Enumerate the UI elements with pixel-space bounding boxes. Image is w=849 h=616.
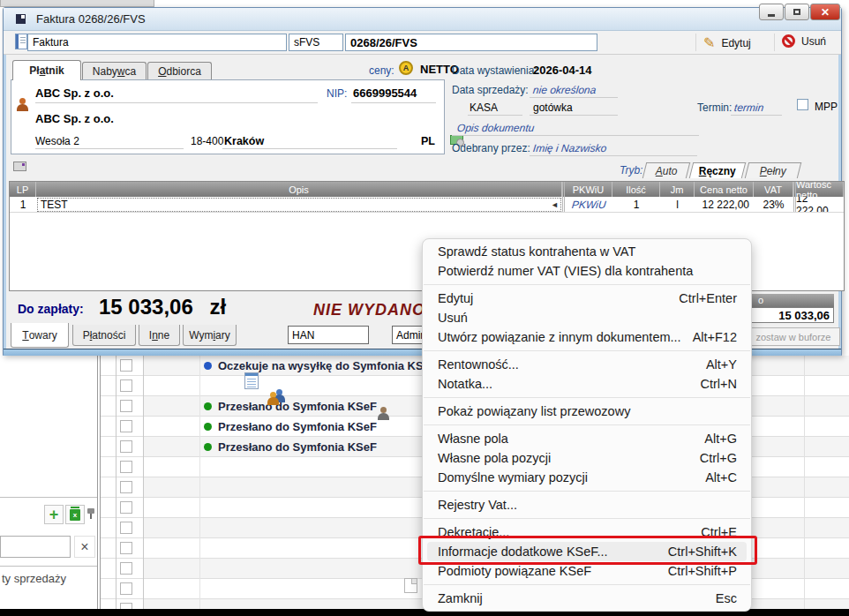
module-field[interactable]: HAN [288, 326, 369, 344]
row-checkbox[interactable] [120, 582, 132, 595]
ksef-status-row[interactable]: Oczekuje na wysyłkę do Symfonia KSe [204, 356, 430, 376]
tab-pelny[interactable]: Pełny [745, 162, 801, 178]
row-checkbox[interactable] [120, 542, 132, 554]
tab-wymiary[interactable]: Wymiary [183, 325, 237, 346]
header-pkwiu[interactable]: PKWiU [562, 182, 612, 197]
notepad-icon[interactable] [244, 372, 259, 389]
status-text: Oczekuje na wysyłkę do Symfonia KSe [218, 359, 430, 372]
row-checkbox[interactable] [120, 522, 132, 534]
menu-item-rentownosc[interactable]: Rentowność...Alt+Y [423, 355, 751, 374]
menu-item-edytuj[interactable]: EdytujCtrl+Enter [423, 289, 751, 308]
tab-platnik[interactable]: Płatnik [12, 60, 81, 80]
payer-postal[interactable]: 18-400 [191, 135, 223, 147]
row-checkbox[interactable] [120, 400, 132, 412]
header-ilosc[interactable]: Ilość [612, 182, 660, 197]
row-checkbox[interactable] [120, 562, 132, 575]
payer-city[interactable]: Kraków [224, 135, 264, 147]
cell-cena-netto[interactable]: 12 222,00 [695, 197, 754, 212]
leave-in-buffer-button[interactable]: zostaw w buforze [747, 327, 840, 346]
not-issued-stamp: NIE WYDANO [313, 301, 425, 319]
tab-towary[interactable]: Towary [11, 323, 69, 348]
header-lp[interactable]: LP [10, 182, 36, 197]
tab-reczny[interactable]: Ręczny [689, 162, 746, 178]
cell-jm[interactable]: l [660, 197, 695, 212]
delete-button[interactable]: Usuń [782, 34, 826, 48]
payment-method-value[interactable]: gotówka [533, 101, 573, 114]
trash-icon: x [70, 509, 80, 521]
payer-name[interactable]: ABC Sp. z o.o. [35, 86, 114, 100]
tab-platnosci[interactable]: Płatności [72, 325, 136, 346]
clear-filter-button[interactable]: × [74, 536, 95, 558]
issue-date-value[interactable]: 2026-04-14 [533, 64, 592, 77]
tab-odbiorca[interactable]: Odbiorca [147, 62, 212, 80]
cell-pkwiu[interactable]: PKWiU [562, 197, 612, 212]
menu-item-rejestry-vat[interactable]: Rejestry Vat... [423, 495, 751, 515]
ksef-status-row[interactable]: Przesłano do Symfonia KSeF [204, 417, 377, 437]
payer-name-2[interactable]: ABC Sp. z o.o. [35, 112, 114, 125]
minimize-button[interactable] [759, 4, 784, 20]
document-type-field[interactable]: Faktura [27, 34, 287, 51]
nip-value[interactable]: 6669995544 [353, 86, 417, 100]
tab-inne[interactable]: Inne [139, 325, 180, 346]
payer-country[interactable]: PL [421, 135, 435, 147]
users-pair-icon[interactable] [267, 389, 285, 406]
menu-item-notatka[interactable]: Notatka...Ctrl+N [423, 374, 751, 394]
term-placeholder[interactable]: termin [733, 101, 764, 114]
menu-item-sprawdz-status-vat[interactable]: Sprawdź status kontrahenta w VAT [423, 242, 751, 261]
cell-ilosc[interactable]: 1 [612, 197, 660, 212]
header-opis[interactable]: Opis [36, 182, 562, 197]
menu-item-wlasne-pola[interactable]: Własne polaAlt+G [423, 429, 751, 448]
pkwiu-placeholder: PKWiU [571, 199, 606, 211]
opis-editor[interactable]: TEST ◄ [37, 198, 561, 212]
sale-date-placeholder[interactable]: nie określona [532, 84, 597, 96]
maximize-button[interactable] [785, 4, 809, 20]
menu-item-usun[interactable]: Usuń [423, 308, 751, 327]
price-mode-icon[interactable]: A [399, 61, 413, 75]
delete-filter-button[interactable]: x [65, 505, 85, 524]
header-vat[interactable]: VAT [754, 182, 793, 197]
close-button[interactable]: ✕ [810, 4, 840, 20]
row-checkbox[interactable] [120, 461, 132, 473]
edit-button[interactable]: ✎ Edytuj [703, 34, 751, 51]
filter-input[interactable] [0, 536, 71, 558]
header-jm[interactable]: Jm [660, 182, 695, 197]
cell-opis[interactable]: TEST ◄ [36, 197, 562, 212]
mpp-checkbox[interactable] [797, 99, 808, 110]
received-by-placeholder[interactable]: Imię i Nazwisko [532, 142, 607, 154]
row-checkbox[interactable] [120, 420, 132, 432]
status-dot-green [204, 423, 212, 431]
underline [530, 115, 618, 116]
add-button[interactable]: + [44, 505, 64, 524]
mpp-label: MPP [815, 101, 838, 113]
menu-separator [424, 518, 750, 519]
menu-item-wlasne-pola-pozycji[interactable]: Własne pola pozycjiCtrl+G [423, 448, 751, 468]
cell-vat[interactable]: 23% [754, 197, 793, 212]
cell-wartosc-netto[interactable]: 12 222,00 [793, 197, 844, 212]
menu-item-zamknij[interactable]: ZamknijEsc [423, 589, 751, 608]
payer-street[interactable]: Wesoła 2 [35, 135, 79, 147]
window-icon [16, 14, 26, 24]
menu-item-domyslne-wymiary[interactable]: Domyślne wymiary pozycjiAlt+C [423, 468, 751, 487]
item-row[interactable]: 1 TEST ◄ PKWiU 1 l 12 222,00 23% 12 222,… [10, 197, 844, 213]
document-number-field[interactable]: 0268/26/FVS [345, 34, 597, 51]
menu-item-pokaz-list-przewozowy[interactable]: Pokaż powiązany list przewozowy [423, 402, 751, 421]
row-checkbox[interactable] [120, 481, 132, 493]
row-checkbox[interactable] [120, 379, 132, 392]
window-titlebar[interactable]: Faktura 0268/26/FVS [4, 8, 841, 31]
row-checkbox[interactable] [120, 440, 132, 453]
header-cena-netto[interactable]: Cena netto [695, 182, 754, 197]
tab-auto[interactable]: Auto [642, 162, 690, 178]
header-wartosc-netto[interactable]: Wartość netto [793, 182, 844, 197]
tab-nabywca[interactable]: Nabywca [82, 62, 147, 80]
menu-item-utworz-powiazanie[interactable]: Utwórz powiązanie z innym dokumentem...A… [423, 327, 751, 347]
menu-item-potwierdz-vies[interactable]: Potwierdź numer VAT (VIES) dla kontrahen… [423, 261, 751, 281]
ksef-status-row[interactable]: Przesłano do Symfonia KSeF [204, 437, 377, 457]
pin-icon[interactable] [86, 507, 96, 520]
dropdown-arrow-icon[interactable]: ◄ [551, 200, 559, 209]
ksef-status-row[interactable]: Przesłano do Symfonia KSeF [204, 396, 377, 417]
row-checkbox[interactable] [120, 359, 132, 372]
description-placeholder[interactable]: Opis dokumentu [456, 122, 535, 134]
row-checkbox[interactable] [120, 501, 132, 514]
series-field[interactable]: sFVS [289, 34, 343, 51]
register-value[interactable]: KASA [470, 101, 498, 114]
